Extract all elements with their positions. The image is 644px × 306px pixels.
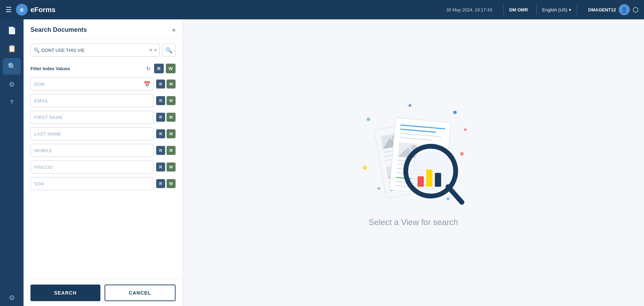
hamburger-menu[interactable]: ☰ <box>6 6 12 14</box>
sidebar-item-gear[interactable]: ⚙ <box>3 289 21 306</box>
mobile-input[interactable] <box>30 144 153 157</box>
pincod-w-button[interactable]: W <box>167 163 176 171</box>
search-panel-header: Search Documents « <box>24 19 182 39</box>
language-arrow-icon: ▾ <box>569 7 571 12</box>
search-button[interactable]: SEARCH <box>30 285 100 301</box>
svg-point-5 <box>447 197 449 200</box>
svg-point-0 <box>367 118 370 121</box>
run-search-button[interactable]: 🔍 <box>162 44 176 57</box>
lastname-r-button[interactable]: R <box>156 129 165 138</box>
search-panel-title: Search Documents <box>30 26 87 34</box>
dob-w-button[interactable]: W <box>167 80 176 89</box>
mobile-r-button[interactable]: R <box>156 146 165 155</box>
mobile-rw-buttons: R W <box>156 146 176 155</box>
filter-fields: 📅 R W R W <box>24 76 182 279</box>
svg-point-4 <box>363 166 367 170</box>
ssn-rw-buttons: R W <box>156 179 176 188</box>
email-w-button[interactable]: W <box>167 96 176 105</box>
divider-2 <box>536 5 537 15</box>
cancel-button[interactable]: CANCEL <box>105 285 176 301</box>
view-search-icon: 🔍 <box>34 47 39 53</box>
refresh-icon[interactable]: ↻ <box>146 65 151 72</box>
field-row-email: R W <box>30 94 176 107</box>
firstname-input[interactable] <box>30 111 153 124</box>
svg-point-7 <box>464 128 467 131</box>
filter-actions: ↻ R W <box>146 64 176 73</box>
mobile-input-wrapper <box>30 144 153 157</box>
ssn-w-button[interactable]: W <box>167 179 176 188</box>
lastname-input[interactable] <box>30 127 153 140</box>
pincod-rw-buttons: R W <box>156 163 176 171</box>
email-rw-buttons: R W <box>156 96 176 105</box>
field-row-ssn: R W <box>30 177 176 190</box>
select-view-text: Select a View for search <box>369 217 458 227</box>
dob-calendar-icon[interactable]: 📅 <box>144 81 151 87</box>
view-dropdown-arrow-icon[interactable]: ▾ <box>154 48 156 53</box>
field-row-firstname: R W <box>30 111 176 124</box>
dob-rw-buttons: R W <box>156 80 176 89</box>
firstname-input-wrapper <box>30 111 153 124</box>
dm-label: DM OMR <box>509 7 528 12</box>
svg-point-2 <box>377 187 380 190</box>
sidebar-item-settings[interactable]: ⚙ <box>3 76 21 93</box>
ssn-input[interactable] <box>30 177 153 190</box>
filter-header: Filter Index Values ↻ R W <box>24 61 182 76</box>
filter-w-all-button[interactable]: W <box>166 64 176 73</box>
main-layout: 📄 📋 🔍 ⚙ ? ⚙ Search Documents « 🔍 DONT US… <box>0 19 644 306</box>
email-input-wrapper <box>30 94 153 107</box>
mobile-w-button[interactable]: W <box>167 146 176 155</box>
language-label: English (US) <box>542 7 567 12</box>
lastname-w-button[interactable]: W <box>167 129 176 138</box>
logo-icon: e <box>16 4 28 16</box>
search-illustration <box>358 99 469 209</box>
ssn-input-wrapper <box>30 177 153 190</box>
svg-point-6 <box>409 104 411 107</box>
main-content-area: Select a View for search <box>183 19 644 306</box>
language-selector[interactable]: English (US) ▾ <box>542 7 571 12</box>
svg-point-3 <box>460 152 464 156</box>
firstname-w-button[interactable]: W <box>167 113 176 122</box>
field-row-mobile: R W <box>30 144 176 157</box>
field-row-dob: 📅 R W <box>30 77 176 91</box>
clear-view-icon[interactable]: ✕ <box>149 47 153 53</box>
selected-view-label: DONT USE THIS VIE <box>42 48 149 53</box>
username-display: DMAGENT12 <box>588 7 616 12</box>
pincod-r-button[interactable]: R <box>156 163 165 171</box>
apps-icon[interactable]: ⬡ <box>633 6 638 14</box>
datetime-display: 30 May 2024, 19:17:43 <box>446 7 492 12</box>
filter-r-all-button[interactable]: R <box>154 64 164 73</box>
app-name: eForms <box>30 6 55 14</box>
firstname-r-button[interactable]: R <box>156 113 165 122</box>
svg-rect-38 <box>418 176 424 187</box>
search-panel: Search Documents « 🔍 DONT USE THIS VIE ✕… <box>24 19 183 306</box>
divider-1 <box>503 5 504 15</box>
sidebar-item-help[interactable]: ? <box>3 94 21 111</box>
dob-input[interactable] <box>30 77 153 91</box>
field-row-pincod: R W <box>30 160 176 174</box>
sidebar-item-document[interactable]: 📄 <box>3 22 21 39</box>
illustration-wrapper: Select a View for search <box>358 99 469 227</box>
email-input[interactable] <box>30 94 153 107</box>
divider-3 <box>577 5 577 15</box>
svg-rect-39 <box>426 169 432 187</box>
dob-input-wrapper: 📅 <box>30 77 153 91</box>
lastname-input-wrapper <box>30 127 153 140</box>
app-logo: e eForms <box>16 4 55 16</box>
firstname-rw-buttons: R W <box>156 113 176 122</box>
svg-line-41 <box>448 187 462 202</box>
svg-point-1 <box>453 111 457 114</box>
view-selector[interactable]: 🔍 DONT USE THIS VIE ✕ ▾ <box>30 44 160 57</box>
sidebar-item-search[interactable]: 🔍 <box>3 58 21 75</box>
icon-bar: 📄 📋 🔍 ⚙ ? ⚙ <box>0 19 24 306</box>
email-r-button[interactable]: R <box>156 96 165 105</box>
collapse-button[interactable]: « <box>172 26 176 34</box>
avatar[interactable]: 👤 <box>619 4 630 15</box>
dob-r-button[interactable]: R <box>156 80 165 89</box>
sidebar-item-forms[interactable]: 📋 <box>3 40 21 57</box>
lastname-rw-buttons: R W <box>156 129 176 138</box>
filter-label: Filter Index Values <box>30 66 70 71</box>
pincod-input[interactable] <box>30 160 153 174</box>
top-navigation: ☰ e eForms 30 May 2024, 19:17:43 DM OMR … <box>0 0 644 19</box>
pincod-input-wrapper <box>30 160 153 174</box>
ssn-r-button[interactable]: R <box>156 179 165 188</box>
